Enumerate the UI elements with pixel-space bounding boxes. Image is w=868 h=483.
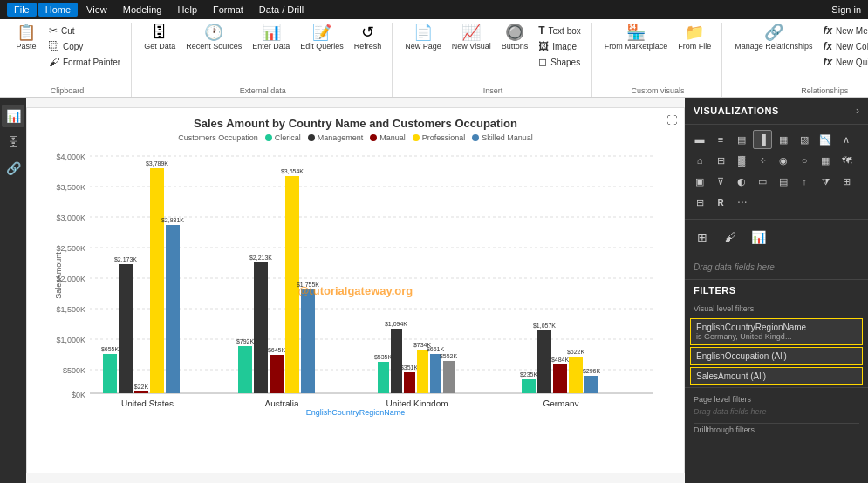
viz-filled-map[interactable]: ▣ (690, 172, 709, 191)
get-data-button[interactable]: 🗄 Get Data (140, 23, 179, 52)
text-box-button[interactable]: T Text box (535, 23, 584, 38)
filter-country[interactable]: EnglishCountryRegionName is Germany, Uni… (690, 318, 863, 345)
bar-uk-skilled[interactable] (430, 354, 441, 393)
viz-table[interactable]: ⊞ (837, 172, 856, 191)
bar-de-professional[interactable] (569, 357, 583, 393)
bar-au-management[interactable] (254, 262, 268, 393)
viz-multi-row-card[interactable]: ▤ (774, 172, 793, 191)
svg-text:$1,094K: $1,094K (384, 321, 407, 327)
bar-us-clerical[interactable] (103, 354, 117, 393)
viz-map[interactable]: 🗺 (837, 151, 856, 170)
viz-stacked-column[interactable]: ▦ (774, 130, 793, 149)
data-view-icon[interactable]: 🗄 (2, 131, 24, 153)
panel-expand-icon[interactable]: › (856, 105, 859, 117)
cut-button[interactable]: ✂ Cut (45, 23, 124, 38)
menu-home[interactable]: Home (38, 3, 78, 17)
viz-kpi[interactable]: ↑ (795, 172, 814, 191)
viz-bar-chart[interactable]: ▬ (690, 130, 709, 149)
sign-in[interactable]: Sign in (831, 4, 861, 15)
bar-au-clerical[interactable] (238, 346, 252, 393)
relationship-view-icon[interactable]: 🔗 (2, 157, 24, 180)
refresh-label: Refresh (354, 42, 382, 51)
new-page-button[interactable]: 📄 New Page (401, 23, 445, 52)
copy-button[interactable]: ⿻ Copy (45, 38, 124, 54)
menu-file[interactable]: File (7, 3, 37, 17)
bar-uk-manual[interactable] (404, 372, 415, 393)
viz-stacked-bar[interactable]: ≡ (711, 130, 730, 149)
bar-us-management[interactable] (119, 264, 133, 393)
viz-column-chart[interactable]: ▐ (753, 130, 772, 149)
new-measure-button[interactable]: fx New Measure (819, 23, 868, 38)
bar-au-skilled[interactable] (301, 289, 315, 393)
menu-view[interactable]: View (79, 3, 114, 17)
bar-au-manual[interactable] (270, 355, 284, 393)
bar-uk-other[interactable] (443, 361, 455, 393)
viz-scatter[interactable]: ⁘ (753, 151, 772, 170)
from-marketplace-button[interactable]: 🏪 From Marketplace (601, 23, 672, 52)
viz-matrix[interactable]: ⊟ (690, 193, 709, 212)
new-visual-button[interactable]: 📈 New Visual (448, 23, 495, 52)
filter-sales[interactable]: SalesAmount (All) (690, 367, 863, 385)
image-button[interactable]: 🖼 Image (535, 38, 584, 54)
menu-data-drill[interactable]: Data / Drill (252, 3, 311, 17)
recent-sources-icon: 🕐 (204, 24, 223, 40)
format-painter-button[interactable]: 🖌 Format Painter (45, 54, 124, 70)
paste-button[interactable]: 📋 Paste (10, 23, 42, 52)
viz-gauge[interactable]: ◐ (732, 172, 751, 191)
x-axis-title: EnglishCountryRegionName (36, 408, 675, 417)
new-column-button[interactable]: fx New Column (819, 38, 868, 54)
edit-queries-icon: 📝 (312, 24, 331, 40)
report-view-icon[interactable]: 📊 (2, 105, 24, 127)
viz-line-chart[interactable]: 📉 (816, 130, 835, 149)
bar-de-manual[interactable] (553, 364, 567, 393)
bar-uk-management[interactable] (391, 329, 402, 393)
svg-text:$792K: $792K (236, 338, 254, 344)
svg-text:$2,831K: $2,831K (161, 217, 183, 223)
enter-data-button[interactable]: 📊 Enter Data (249, 23, 293, 52)
refresh-button[interactable]: ↺ Refresh (351, 23, 386, 52)
viz-slicer[interactable]: ⧩ (816, 172, 835, 191)
viz-waterfall[interactable]: ▓ (732, 151, 751, 170)
bar-us-skilled[interactable] (166, 225, 180, 393)
bar-de-clerical[interactable] (522, 379, 536, 393)
viz-ribbon[interactable]: ⊟ (711, 151, 730, 170)
bar-us-manual[interactable] (134, 391, 148, 393)
refresh-icon: ↺ (361, 24, 374, 40)
viz-treemap[interactable]: ▦ (816, 151, 835, 170)
viz-donut[interactable]: ○ (795, 151, 814, 170)
from-file-button[interactable]: 📁 From File (674, 23, 714, 52)
menu-format[interactable]: Format (206, 3, 250, 17)
viz-pie[interactable]: ◉ (774, 151, 793, 170)
viz-card[interactable]: ▭ (753, 172, 772, 191)
bar-uk-clerical[interactable] (378, 362, 389, 393)
svg-text:$655K: $655K (100, 346, 119, 352)
menu-help[interactable]: Help (170, 3, 204, 17)
viz-area-chart[interactable]: ∧ (837, 130, 856, 149)
manage-relationships-button[interactable]: 🔗 Manage Relationships (731, 23, 816, 52)
viz-r-visual[interactable]: R (711, 193, 730, 212)
bar-us-professional[interactable] (150, 168, 164, 393)
filter-occupation[interactable]: EnglishOccupation (All) (690, 347, 863, 365)
svg-text:$351K: $351K (400, 364, 418, 371)
new-quick-measure-button[interactable]: fx New Quick Measure (819, 54, 868, 70)
viz-stacked-area[interactable]: ⌂ (690, 151, 709, 170)
bar-uk-professional[interactable] (417, 350, 428, 393)
main-area: ⛶ Sales Amount by Country Name and Custo… (26, 98, 685, 483)
viz-100pct-column[interactable]: ▧ (795, 130, 814, 149)
edit-queries-button[interactable]: 📝 Edit Queries (297, 23, 347, 52)
menu-modeling[interactable]: Modeling (116, 3, 169, 17)
viz-more[interactable]: ··· (732, 193, 753, 212)
viz-funnel[interactable]: ⊽ (711, 172, 730, 191)
viz-100pct-bar[interactable]: ▤ (732, 130, 751, 149)
bar-de-management[interactable] (537, 330, 551, 393)
fields-tab-button[interactable]: ⊞ (690, 225, 714, 249)
new-page-icon: 📄 (413, 24, 433, 40)
analytics-tab-button[interactable]: 📊 (746, 225, 770, 249)
recent-sources-button[interactable]: 🕐 Recent Sources (182, 23, 245, 52)
format-tab-button[interactable]: 🖌 (718, 225, 742, 249)
page-level-label: Page level filters (694, 395, 859, 404)
bar-de-skilled[interactable] (584, 376, 598, 393)
chart-expand-button[interactable]: ⛶ (665, 113, 679, 127)
shapes-button[interactable]: ◻ Shapes (535, 54, 584, 70)
buttons-button[interactable]: 🔘 Buttons (498, 23, 532, 52)
